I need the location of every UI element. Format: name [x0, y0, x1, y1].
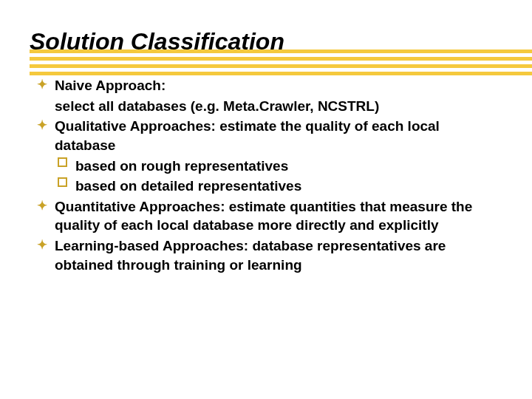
- bullet-icon: ✦: [37, 198, 47, 215]
- bullet-label: Qualitative Approaches:: [55, 118, 219, 134]
- bullet-learning: ✦ Learning-based Approaches: database re…: [30, 236, 502, 274]
- square-icon: [58, 157, 67, 167]
- title-wrap: Solution Classification: [30, 28, 502, 55]
- sub-bullet-rough: based on rough representatives: [30, 157, 502, 176]
- bullet-label: Quantitative Approaches:: [55, 199, 229, 214]
- bullet-naive: ✦ Naive Approach:: [30, 76, 502, 95]
- sub-bullet-text: based on detailed representatives: [75, 178, 301, 194]
- content: ✦ Naive Approach: select all databases (…: [30, 76, 502, 274]
- bullet-qualitative: ✦ Qualitative Approaches: estimate the q…: [30, 117, 502, 154]
- bullet-quantitative: ✦ Quantitative Approaches: estimate quan…: [30, 197, 502, 235]
- bullet-icon: ✦: [37, 117, 47, 134]
- sub-bullet-detailed: based on detailed representatives: [30, 177, 502, 196]
- bullet-label: Learning-based Approaches:: [55, 238, 252, 253]
- bullet-naive-body: select all databases (e.g. Meta.Crawler,…: [30, 97, 502, 116]
- slide-title: Solution Classification: [30, 28, 502, 55]
- square-icon: [58, 177, 67, 187]
- sub-bullet-text: based on rough representatives: [75, 158, 288, 174]
- bullet-icon: ✦: [37, 237, 47, 254]
- bullet-label: Naive Approach:: [55, 78, 166, 93]
- slide: Solution Classification ✦ Naive Approach…: [0, 0, 532, 399]
- bullet-icon: ✦: [37, 77, 47, 94]
